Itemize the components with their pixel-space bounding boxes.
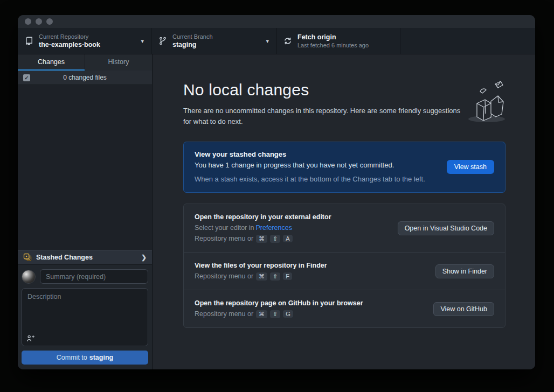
shift-key-icon: ⇧ bbox=[270, 272, 280, 281]
repo-icon bbox=[25, 37, 33, 45]
suggestion-title: Open the repository page on GitHub in yo… bbox=[195, 299, 423, 307]
suggestion-view-on-github: Open the repository page on GitHub in yo… bbox=[184, 290, 505, 327]
letter-key: A bbox=[283, 235, 292, 242]
sidebar-tabs: Changes History bbox=[18, 54, 152, 71]
stash-banner-line2: When a stash exists, access it at the bo… bbox=[195, 175, 494, 183]
fetch-origin-label: Fetch origin bbox=[297, 33, 393, 41]
shift-key-icon: ⇧ bbox=[270, 235, 280, 243]
maximize-window-button[interactable] bbox=[46, 18, 53, 25]
suggestion-show-in-finder: View the files of your repository in Fin… bbox=[184, 252, 505, 290]
chevron-down-icon: ▾ bbox=[266, 38, 269, 45]
close-window-button[interactable] bbox=[25, 18, 31, 25]
shift-key-icon: ⇧ bbox=[270, 310, 280, 318]
suggestion-line-prefix: Select your editor in bbox=[195, 224, 254, 232]
main-content: No local changes There are no uncommitte… bbox=[153, 54, 535, 369]
stashed-changes-label: Stashed Changes bbox=[36, 254, 93, 261]
chevron-down-icon: ▾ bbox=[141, 38, 144, 45]
command-key-icon: ⌘ bbox=[256, 310, 267, 318]
current-repository-dropdown[interactable]: Current Repository the-examples-book ▾ bbox=[18, 28, 151, 54]
chevron-right-icon: ❯ bbox=[141, 254, 147, 261]
minimize-window-button[interactable] bbox=[36, 18, 42, 25]
commit-description-input[interactable] bbox=[22, 288, 148, 346]
page-title: No local changes bbox=[183, 81, 505, 99]
select-all-checkbox[interactable] bbox=[23, 74, 30, 81]
show-in-finder-button[interactable]: Show in Finder bbox=[435, 264, 494, 278]
sidebar: Changes History 0 changed files Stash bbox=[18, 54, 153, 369]
command-key-icon: ⌘ bbox=[256, 272, 267, 281]
commit-button[interactable]: Commit to staging bbox=[22, 351, 148, 365]
changed-files-count: 0 changed files bbox=[63, 74, 107, 81]
view-on-github-button[interactable]: View on GitHub bbox=[433, 302, 494, 316]
suggestion-title: Open the repository in your external edi… bbox=[195, 213, 387, 221]
stashed-changes-row[interactable]: Stashed Changes ❯ bbox=[18, 250, 152, 265]
tab-history[interactable]: History bbox=[85, 54, 152, 71]
tab-changes[interactable]: Changes bbox=[18, 54, 85, 71]
preferences-link[interactable]: Preferences bbox=[255, 224, 292, 232]
page-subtitle: There are no uncommitted changes in this… bbox=[183, 106, 468, 127]
toolbar: Current Repository the-examples-book ▾ C… bbox=[18, 28, 535, 54]
commit-summary-input[interactable] bbox=[40, 269, 148, 284]
suggestion-open-editor: Open the repository in your external edi… bbox=[184, 204, 505, 252]
current-repository-value: the-examples-book bbox=[39, 40, 136, 49]
current-branch-label: Current Branch bbox=[172, 33, 261, 40]
stash-icon bbox=[23, 253, 32, 262]
commit-button-prefix: Commit to bbox=[57, 354, 87, 361]
letter-key: G bbox=[283, 310, 293, 318]
view-stash-button[interactable]: View stash bbox=[447, 160, 494, 174]
suggestion-title: View the files of your repository in Fin… bbox=[195, 262, 425, 269]
stash-banner: View your stashed changes You have 1 cha… bbox=[183, 142, 505, 193]
suggestions-list: Open the repository in your external edi… bbox=[183, 204, 505, 328]
sync-icon bbox=[283, 37, 292, 45]
open-in-editor-button[interactable]: Open in Visual Studio Code bbox=[398, 221, 494, 235]
titlebar bbox=[18, 15, 535, 28]
current-repository-label: Current Repository bbox=[39, 33, 136, 40]
app-window: Current Repository the-examples-book ▾ C… bbox=[18, 15, 535, 369]
changes-file-list bbox=[18, 85, 152, 250]
command-key-icon: ⌘ bbox=[256, 235, 267, 243]
shortcut-prefix: Repository menu or bbox=[195, 235, 253, 242]
current-branch-dropdown[interactable]: Current Branch staging ▾ bbox=[151, 28, 276, 54]
fetch-origin-button[interactable]: Fetch origin Last fetched 6 minutes ago bbox=[276, 28, 400, 54]
letter-key: F bbox=[283, 272, 292, 280]
add-coauthor-icon[interactable] bbox=[26, 334, 34, 342]
current-branch-value: staging bbox=[172, 40, 261, 49]
last-fetched-text: Last fetched 6 minutes ago bbox=[297, 41, 393, 49]
commit-button-branch: staging bbox=[89, 354, 113, 361]
shortcut-prefix: Repository menu or bbox=[195, 310, 253, 318]
shortcut-prefix: Repository menu or bbox=[195, 272, 253, 280]
commit-form: Commit to staging bbox=[18, 265, 152, 369]
git-branch-icon bbox=[158, 37, 167, 45]
no-changes-illustration bbox=[461, 79, 508, 127]
stash-banner-title: View your stashed changes bbox=[195, 150, 494, 158]
user-avatar bbox=[22, 270, 36, 284]
changed-files-header: 0 changed files bbox=[18, 71, 152, 85]
